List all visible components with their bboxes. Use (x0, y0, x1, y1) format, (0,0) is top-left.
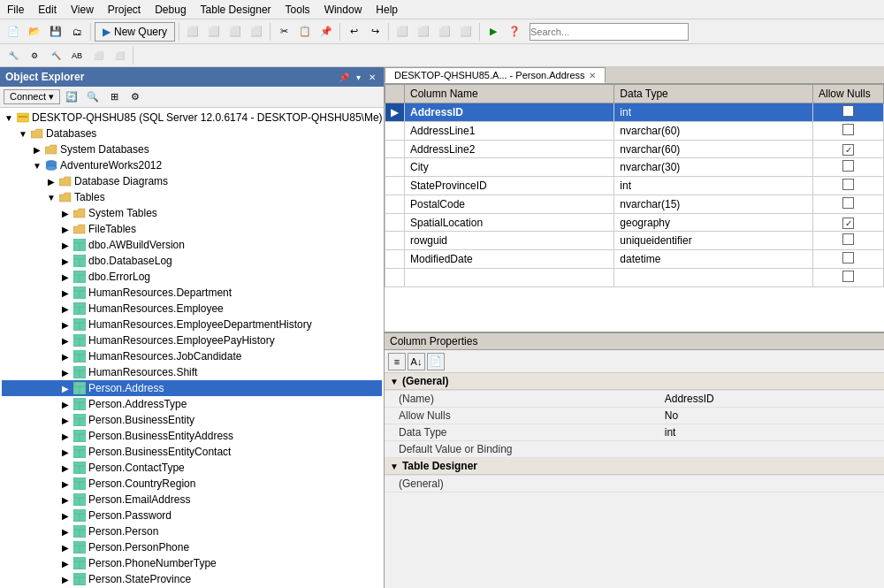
tree-toggle-t4[interactable]: ▶ (60, 287, 71, 298)
table-row[interactable]: Citynvarchar(30) (385, 158, 884, 177)
allow-nulls-checkbox[interactable] (842, 252, 854, 263)
undo-btn[interactable]: ↩ (344, 22, 363, 42)
collapse-btn[interactable]: ⊞ (104, 88, 124, 107)
close-panel-btn[interactable]: ✕ (366, 71, 378, 83)
tb-btn4[interactable]: ⬜ (204, 22, 224, 42)
table-row[interactable]: StateProvinceIDint (385, 177, 884, 195)
tree-item-t3[interactable]: ▶dbo.ErrorLog (2, 269, 382, 285)
tree-toggle-t5[interactable]: ▶ (60, 303, 71, 314)
tree-toggle-t7[interactable]: ▶ (60, 335, 71, 346)
menu-table-designer[interactable]: Table Designer (194, 2, 278, 18)
pin-btn[interactable]: 📌 (338, 71, 350, 83)
col-nulls-cell[interactable] (813, 269, 884, 287)
col-nulls-cell[interactable] (813, 141, 884, 158)
table-row[interactable]: rowguiduniqueidentifier (385, 232, 884, 250)
tree-item-t10[interactable]: ▶Person.Address (2, 380, 382, 396)
table-row[interactable]: AddressLine2nvarchar(60) (385, 141, 884, 158)
col-datatype-cell[interactable]: int (614, 103, 813, 122)
tree-item-t14[interactable]: ▶Person.BusinessEntityContact (2, 444, 382, 460)
tree-toggle-t20[interactable]: ▶ (60, 542, 71, 553)
allow-nulls-checkbox[interactable] (842, 179, 854, 190)
tree-toggle-t21[interactable]: ▶ (60, 558, 71, 569)
col-datatype-cell[interactable]: geography (614, 214, 813, 232)
general-section[interactable]: ▼ (General) (385, 373, 884, 390)
paste-btn[interactable]: 📌 (316, 22, 336, 42)
tb2-btn2[interactable]: ⚙ (25, 46, 44, 65)
tree-toggle-systables[interactable]: ▶ (60, 208, 71, 218)
tree-toggle-t2[interactable]: ▶ (60, 256, 71, 266)
tree-toggle-t15[interactable]: ▶ (60, 462, 71, 473)
col-datatype-cell[interactable]: nvarchar(60) (614, 141, 813, 158)
col-name-cell[interactable]: rowguid (405, 232, 614, 250)
col-name-cell[interactable]: AddressLine1 (405, 122, 614, 141)
col-nulls-cell[interactable] (813, 103, 884, 122)
tb-extra3[interactable]: ⬜ (435, 22, 454, 42)
tb2-btn3[interactable]: 🔨 (46, 46, 65, 65)
col-datatype-cell[interactable]: nvarchar(15) (614, 195, 813, 214)
tree-item-dbdiagrams[interactable]: ▶Database Diagrams (2, 173, 382, 189)
menu-edit[interactable]: Edit (31, 2, 64, 18)
allow-nulls-checkbox[interactable] (842, 144, 854, 156)
tree-toggle-tables[interactable]: ▼ (46, 192, 57, 202)
filter-btn[interactable]: 🔍 (83, 88, 103, 107)
tree-item-t8[interactable]: ▶HumanResources.JobCandidate (2, 348, 382, 364)
col-datatype-cell[interactable]: nvarchar(60) (614, 122, 813, 141)
col-datatype-cell[interactable]: nvarchar(30) (614, 158, 813, 177)
tree-item-t20[interactable]: ▶Person.PersonPhone (2, 539, 382, 555)
save-all-btn[interactable]: 🗂 (67, 22, 87, 42)
tree-toggle-t22[interactable]: ▶ (60, 574, 71, 584)
tree-item-t17[interactable]: ▶Person.EmailAddress (2, 492, 382, 508)
table-row[interactable]: SpatialLocationgeography (385, 214, 884, 232)
tree-toggle-adventureworks[interactable]: ▼ (32, 160, 42, 171)
table-designer-section[interactable]: ▼ Table Designer (385, 458, 884, 475)
tree-toggle-dbdiagrams[interactable]: ▶ (46, 176, 57, 187)
col-nulls-cell[interactable] (813, 122, 884, 141)
connect-button[interactable]: Connect ▾ (4, 89, 60, 104)
tree-toggle-t18[interactable]: ▶ (60, 510, 71, 521)
tab-close-btn[interactable]: ✕ (589, 71, 596, 80)
tree-toggle-filetables[interactable]: ▶ (60, 224, 71, 234)
tree-item-t13[interactable]: ▶Person.BusinessEntityAddress (2, 428, 382, 444)
menu-help[interactable]: Help (369, 2, 405, 18)
col-nulls-cell[interactable] (813, 232, 884, 250)
tb-extra2[interactable]: ⬜ (414, 22, 433, 42)
col-name-cell[interactable]: ModifiedDate (405, 250, 614, 269)
tree-item-databases[interactable]: ▼Databases (2, 126, 382, 141)
tree-toggle-t6[interactable]: ▶ (60, 319, 71, 330)
tree-item-t18[interactable]: ▶Person.Password (2, 508, 382, 523)
tree-toggle-t11[interactable]: ▶ (60, 399, 71, 409)
tb-extra1[interactable]: ⬜ (392, 22, 412, 42)
tree-toggle-t9[interactable]: ▶ (60, 367, 71, 378)
tree-item-systemdbs[interactable]: ▶System Databases (2, 141, 382, 157)
tree-toggle-t3[interactable]: ▶ (60, 271, 71, 282)
new-file-btn[interactable]: 📄 (4, 22, 23, 42)
tb-run[interactable]: ▶ (484, 22, 503, 42)
tree-item-t11[interactable]: ▶Person.AddressType (2, 396, 382, 412)
tree-item-t15[interactable]: ▶Person.ContactType (2, 460, 382, 476)
tree-item-t9[interactable]: ▶HumanResources.Shift (2, 364, 382, 380)
tree-toggle-t10[interactable]: ▶ (60, 383, 71, 393)
allow-nulls-checkbox[interactable] (842, 218, 854, 229)
tree-item-t5[interactable]: ▶HumanResources.Employee (2, 301, 382, 317)
col-datatype-cell[interactable]: int (614, 177, 813, 195)
allow-nulls-checkbox[interactable] (842, 160, 854, 172)
tree-toggle-t1[interactable]: ▶ (60, 240, 71, 250)
tree-toggle-t14[interactable]: ▶ (60, 447, 71, 457)
allow-nulls-checkbox[interactable] (842, 197, 854, 209)
tree-item-t22[interactable]: ▶Person.StateProvince (2, 571, 382, 587)
arrow-btn[interactable]: ▾ (352, 71, 364, 83)
col-nulls-cell[interactable] (813, 214, 884, 232)
col-nulls-cell[interactable] (813, 158, 884, 177)
tb2-btn6[interactable]: ⬜ (110, 46, 129, 65)
col-nulls-cell[interactable] (813, 250, 884, 269)
tree-item-t19[interactable]: ▶Person.Person (2, 523, 382, 539)
refresh-btn[interactable]: 🔄 (62, 88, 81, 107)
redo-btn[interactable]: ↪ (365, 22, 385, 42)
menu-view[interactable]: View (64, 2, 101, 18)
tree-item-t4[interactable]: ▶HumanResources.Department (2, 285, 382, 301)
tb2-btn5[interactable]: ⬜ (88, 46, 108, 65)
table-row[interactable]: ▶AddressIDint (385, 103, 884, 122)
tree-item-filetables[interactable]: ▶FileTables (2, 221, 382, 237)
table-row[interactable]: ModifiedDatedatetime (385, 250, 884, 269)
tb-btn3[interactable]: ⬜ (183, 22, 202, 42)
